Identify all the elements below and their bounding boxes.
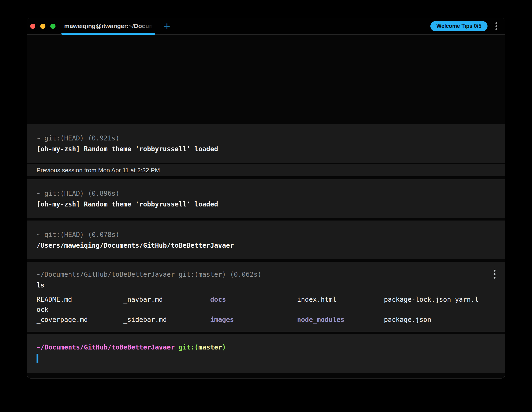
ls-row: _coverpage.md _sidebar.md images node_mo…	[37, 315, 495, 325]
file-name: ock	[37, 306, 48, 313]
command-block: ~ git:(HEAD) (0.896s) [oh-my-zsh] Random…	[27, 179, 505, 218]
prompt-path: ~/Documents/GitHub/toBeBetterJavaer	[37, 343, 175, 351]
command-block-ls: ~/Documents/GitHub/toBeBetterJavaer git:…	[27, 262, 505, 332]
block-output: [oh-my-zsh] Random theme 'robbyrussell' …	[37, 144, 495, 154]
traffic-lights	[27, 24, 61, 29]
block-prompt-header: ~ git:(HEAD) (0.896s)	[37, 188, 495, 199]
prompt-git-prefix: git:(	[175, 343, 198, 351]
ls-row: README.md _navbar.md docs index.html pac…	[37, 294, 495, 305]
directory-name: docs	[210, 296, 297, 303]
directory-name: images	[210, 316, 297, 324]
session-divider-label: Previous session from Mon Apr 11 at 2:32…	[37, 167, 160, 174]
active-tab-indicator	[61, 33, 155, 35]
shell-prompt: ~/Documents/GitHub/toBeBetterJavaer git:…	[37, 342, 495, 353]
kebab-dot	[494, 273, 495, 275]
minimize-window-button[interactable]	[40, 24, 45, 29]
current-prompt-block[interactable]: ~/Documents/GitHub/toBeBetterJavaer git:…	[27, 334, 505, 373]
titlebar: maweiqing@itwanger:~/Docum + Welcome Tip…	[27, 18, 505, 35]
file-name: package-lock.json yarn.l	[384, 296, 479, 303]
file-name: README.md	[37, 296, 124, 303]
tab-active[interactable]: maweiqing@itwanger:~/Docum	[61, 18, 155, 34]
directory-name: node_modules	[297, 316, 384, 324]
ls-row: ock	[37, 305, 495, 315]
ls-output: README.md _navbar.md docs index.html pac…	[37, 294, 495, 325]
prompt-git-branch: master	[198, 343, 222, 351]
kebab-dot	[495, 25, 497, 27]
file-name: _sidebar.md	[124, 316, 210, 324]
close-window-button[interactable]	[30, 24, 35, 29]
text-cursor	[37, 354, 38, 363]
welcome-tips-button[interactable]: Welcome Tips 0/5	[430, 21, 487, 31]
file-name: package.json	[384, 316, 431, 324]
tab-title-fade	[139, 20, 155, 31]
command-block: ~ git:(HEAD) (0.078s) /Users/maweiqing/D…	[27, 221, 505, 259]
session-divider: Previous session from Mon Apr 11 at 2:32…	[27, 164, 505, 176]
window-menu-button[interactable]	[494, 21, 498, 32]
kebab-dot	[494, 270, 495, 272]
kebab-dot	[495, 22, 497, 24]
block-menu-button[interactable]	[493, 268, 496, 280]
block-prompt-header: ~/Documents/GitHub/toBeBetterJavaer git:…	[37, 269, 495, 280]
scrollback-empty-area	[27, 35, 505, 124]
block-output: /Users/maweiqing/Documents/GitHub/toBeBe…	[37, 240, 495, 251]
command-input-line[interactable]	[37, 353, 495, 364]
command-text: ls	[37, 280, 495, 291]
block-output: [oh-my-zsh] Random theme 'robbyrussell' …	[37, 199, 495, 210]
prompt-git-suffix: )	[222, 343, 226, 351]
kebab-dot	[495, 28, 497, 30]
zoom-window-button[interactable]	[50, 24, 56, 29]
kebab-dot	[494, 277, 495, 279]
block-prompt-header: ~ git:(HEAD) (0.078s)	[37, 229, 495, 240]
terminal-content: ~ git:(HEAD) (0.921s) [oh-my-zsh] Random…	[27, 35, 505, 378]
new-tab-button[interactable]: +	[164, 21, 170, 31]
file-name: index.html	[297, 296, 384, 303]
command-block: ~ git:(HEAD) (0.921s) [oh-my-zsh] Random…	[27, 124, 505, 163]
block-prompt-header: ~ git:(HEAD) (0.921s)	[37, 133, 495, 144]
file-name: _coverpage.md	[37, 316, 124, 324]
terminal-window: maweiqing@itwanger:~/Docum + Welcome Tip…	[27, 18, 505, 379]
file-name: _navbar.md	[124, 296, 210, 303]
